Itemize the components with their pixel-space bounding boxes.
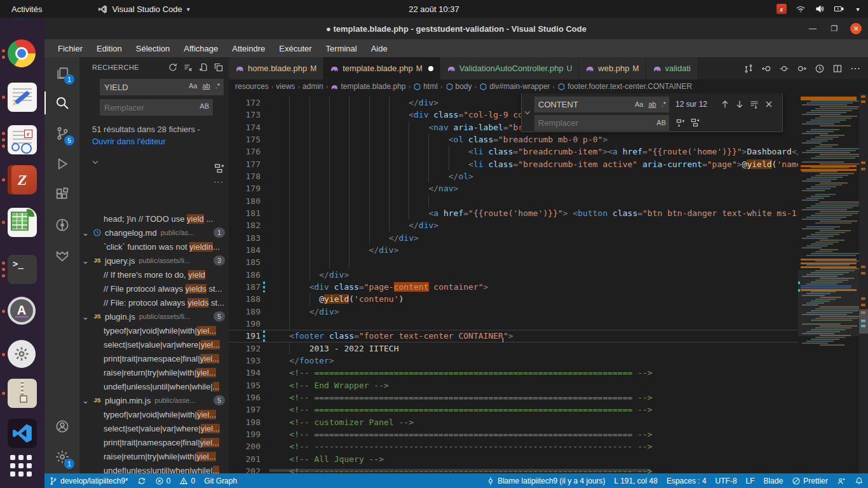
open-in-editor-link[interactable]: Ouvrir dans l'éditeur (92, 137, 224, 146)
dock-item-libreoffice-calc[interactable] (8, 208, 37, 237)
line-number[interactable]: 179 (229, 182, 261, 194)
code-line-188[interactable]: 188 @yield('contenu') (229, 293, 798, 305)
chevron-down-icon[interactable]: ▾ (853, 4, 863, 14)
status-encoding[interactable]: UTF-8 (711, 473, 742, 488)
app-menu-button[interactable]: Visual Studio Code ▾ (98, 4, 189, 14)
next-change-icon[interactable] (794, 61, 810, 76)
close-button[interactable]: ✕ (850, 23, 862, 34)
volume-icon[interactable] (815, 4, 825, 14)
code-line-195[interactable]: 195 <!-- End Wrapper --> (229, 379, 798, 391)
status-eol[interactable]: LF (742, 473, 759, 488)
activities-button[interactable]: Activités (0, 4, 53, 14)
line-number[interactable]: 187 (229, 281, 261, 293)
status-indentation[interactable]: Espaces : 4 (662, 473, 711, 488)
status-errors[interactable]: 0 (151, 473, 175, 488)
find-widget-chevron[interactable] (522, 107, 532, 118)
line-number[interactable]: 185 (229, 256, 261, 268)
dock-item-settings[interactable] (8, 340, 37, 369)
replace-all-button[interactable] (690, 118, 700, 128)
match-case-toggle[interactable]: Aa (187, 81, 198, 90)
menu-aide[interactable]: Aide (364, 39, 395, 57)
line-content[interactable]: </div> (269, 219, 798, 231)
preserve-case-toggle[interactable]: AB (198, 102, 210, 111)
line-number[interactable]: 194 (229, 367, 261, 379)
new-search-editor-icon[interactable] (198, 62, 208, 72)
find-whole-word-toggle[interactable]: ab (647, 100, 657, 109)
line-number[interactable]: 191 (229, 330, 261, 342)
search-result-match[interactable]: select|set|value|var|where|yiel... (79, 421, 229, 435)
code-line-193[interactable]: 193 </footer> (229, 355, 798, 367)
refresh-icon[interactable] (168, 62, 178, 72)
search-result-file[interactable]: ⌄JSplugin.jspublic/assets/li...5 (79, 309, 229, 323)
breadcrumb-item[interactable]: body (445, 82, 472, 91)
line-content[interactable]: <a href="{{route('home')}}"> <button cla… (269, 207, 798, 219)
search-result-match[interactable]: raise|return|try|while|with|yiel... (79, 365, 229, 379)
line-content[interactable]: <!-- End Wrapper --> (269, 379, 798, 391)
breadcrumb-item[interactable]: resources (235, 82, 269, 91)
unsaved-dot-icon[interactable] (428, 66, 433, 71)
line-number[interactable]: 182 (229, 219, 261, 231)
menu-terminal[interactable]: Terminal (319, 39, 364, 57)
code-line-197[interactable]: 197 <!-- ===============================… (229, 403, 798, 416)
line-content[interactable]: <!-- All Jquery --> (269, 453, 798, 465)
line-content[interactable] (269, 195, 798, 207)
line-number[interactable]: 183 (229, 232, 261, 244)
dock-item-terminal[interactable]: >_ (8, 255, 37, 284)
previous-match-button[interactable] (720, 99, 730, 109)
activity-source-control[interactable]: 5 (44, 118, 79, 149)
timeline-icon[interactable] (812, 61, 827, 76)
activity-extensions[interactable] (44, 179, 79, 210)
dock-item-chrome[interactable] (8, 39, 37, 69)
line-number[interactable]: 186 (229, 269, 261, 281)
code-line-189[interactable]: 189 </div> (229, 306, 798, 318)
breadcrumb-item[interactable]: template.blade.php (330, 82, 405, 91)
line-number[interactable]: 199 (229, 428, 261, 440)
activity-git-graph[interactable] (44, 210, 79, 240)
status-blame[interactable]: Blame latipiitech9 (il y a 4 jours) (482, 473, 609, 488)
replace-input[interactable] (100, 99, 213, 116)
minimap-viewport[interactable] (798, 270, 859, 336)
activity-explorer[interactable]: 1 (44, 57, 79, 88)
replace-one-button[interactable] (675, 118, 686, 128)
overview-ruler-scrollbar[interactable] (859, 93, 868, 473)
code-line-200[interactable]: 200 <!-- -------------------------------… (229, 440, 798, 452)
menu-atteindre[interactable]: Atteindre (225, 39, 272, 57)
breadcrumb-item[interactable]: admin (302, 82, 323, 91)
line-content[interactable]: <li class="breadcrumb-item active" aria-… (269, 158, 798, 170)
find-regex-toggle[interactable]: .* (660, 100, 667, 109)
maximize-button[interactable]: ❐ (829, 23, 840, 34)
toggle-replace-chevron[interactable] (91, 158, 100, 166)
line-number[interactable]: 196 (229, 391, 261, 403)
line-content[interactable]: </div> (269, 269, 798, 281)
line-number[interactable]: 181 (229, 207, 261, 219)
activity-accounts[interactable] (44, 411, 79, 442)
code-line-198[interactable]: 198 <!-- customizer Panel --> (229, 416, 798, 428)
status-notifications[interactable] (850, 473, 868, 488)
replace-all-button[interactable] (214, 163, 225, 174)
search-result-file[interactable]: ⌄changelog.mdpublic/as...1 (79, 226, 229, 240)
clear-results-icon[interactable] (183, 62, 193, 72)
line-number[interactable]: 184 (229, 244, 261, 256)
breadcrumb-item[interactable]: html (413, 82, 438, 91)
line-number[interactable]: 189 (229, 306, 261, 318)
activity-search[interactable] (44, 88, 79, 118)
line-content[interactable]: <footer class="footer text-center CONTAI… (269, 330, 798, 342)
zotero-tray-icon[interactable]: z (776, 4, 787, 14)
code-line-183[interactable]: 183 </div> (229, 232, 798, 244)
code-line-179[interactable]: 179 </nav> (229, 182, 798, 194)
whole-word-toggle[interactable]: ab (201, 81, 211, 90)
code-line-184[interactable]: 184 </div> (229, 244, 798, 256)
gitlens-changes-icon[interactable] (741, 61, 756, 76)
line-content[interactable] (269, 318, 798, 330)
search-result-match[interactable]: select|set|value|var|where|yiel... (79, 337, 229, 351)
title-bar[interactable]: ● template.blade.php - geststudent-valid… (44, 18, 868, 39)
line-content[interactable]: <!-- ===================================… (269, 367, 798, 379)
line-number[interactable]: 176 (229, 146, 261, 158)
search-result-match[interactable]: typeof|var|void|while|with|yiel... (79, 407, 229, 421)
search-result-match[interactable]: // File protocol always yields st... (79, 281, 229, 295)
line-content[interactable]: </footer> (269, 355, 798, 367)
line-number[interactable]: 173 (229, 109, 261, 121)
search-result-match[interactable]: // File: protocol always yields st... (79, 295, 229, 309)
line-number[interactable]: 195 (229, 379, 261, 391)
line-number[interactable]: 188 (229, 293, 261, 305)
